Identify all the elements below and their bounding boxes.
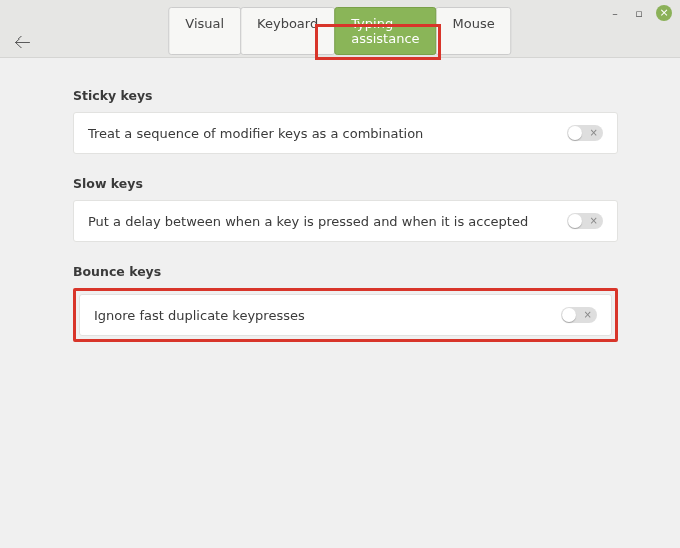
tab-label: Typing assistance [351, 16, 419, 46]
toggle-knob [568, 126, 582, 140]
sticky-keys-row: Treat a sequence of modifier keys as a c… [73, 112, 618, 154]
tab-label: Visual [185, 16, 224, 31]
toggle-knob [568, 214, 582, 228]
minimize-button[interactable]: – [608, 6, 622, 20]
window-controls: – ▫ × [608, 5, 672, 21]
slow-keys-row: Put a delay between when a key is presse… [73, 200, 618, 242]
tab-visual[interactable]: Visual [168, 7, 241, 55]
bounce-keys-toggle[interactable]: × [561, 307, 597, 323]
toggle-off-icon: × [590, 216, 598, 226]
tab-label: Mouse [453, 16, 495, 31]
sticky-keys-label: Treat a sequence of modifier keys as a c… [88, 126, 423, 141]
toggle-knob [562, 308, 576, 322]
slow-keys-label: Put a delay between when a key is presse… [88, 214, 528, 229]
tab-typing-assistance[interactable]: Typing assistance [334, 7, 436, 55]
annotation-highlight-bounce: Ignore fast duplicate keypresses × [73, 288, 618, 342]
arrow-left-icon: 🡠 [14, 32, 31, 52]
tab-mouse[interactable]: Mouse [436, 7, 512, 55]
bounce-keys-row: Ignore fast duplicate keypresses × [79, 294, 612, 336]
bounce-keys-label: Ignore fast duplicate keypresses [94, 308, 305, 323]
headerbar: System Settings – ▫ × 🡠 Visual Keyboard … [0, 0, 680, 58]
back-button[interactable]: 🡠 [14, 32, 31, 52]
tab-label: Keyboard [257, 16, 318, 31]
section-title-slow: Slow keys [73, 176, 618, 191]
toggle-off-icon: × [584, 310, 592, 320]
section-title-sticky: Sticky keys [73, 88, 618, 103]
close-button[interactable]: × [656, 5, 672, 21]
content-area: Sticky keys Treat a sequence of modifier… [0, 58, 680, 548]
tab-keyboard[interactable]: Keyboard [240, 7, 335, 55]
toggle-off-icon: × [590, 128, 598, 138]
section-title-bounce: Bounce keys [73, 264, 618, 279]
window-root: System Settings – ▫ × 🡠 Visual Keyboard … [0, 0, 680, 548]
maximize-button[interactable]: ▫ [632, 6, 646, 20]
slow-keys-toggle[interactable]: × [567, 213, 603, 229]
tab-bar: Visual Keyboard Typing assistance Mouse [168, 7, 511, 55]
sticky-keys-toggle[interactable]: × [567, 125, 603, 141]
